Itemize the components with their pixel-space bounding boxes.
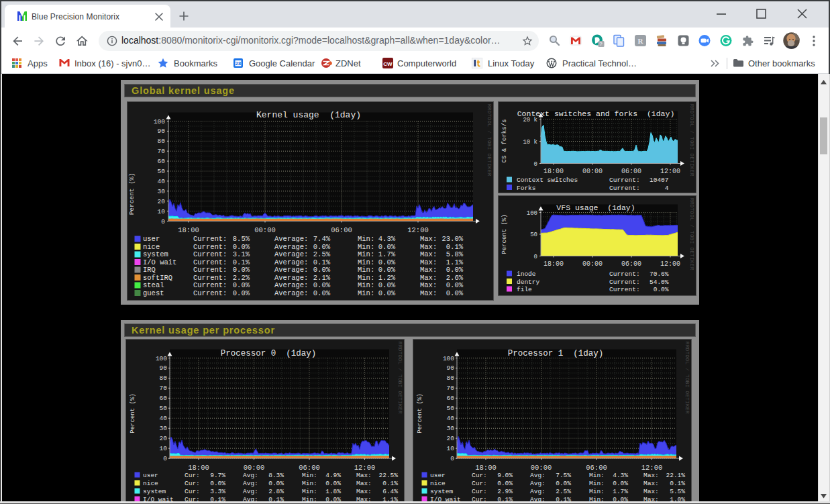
svg-text:Avg:: Avg: — [530, 472, 546, 479]
svg-text:00:00: 00:00 — [582, 168, 603, 175]
svg-text:1.1%: 1.1% — [382, 496, 398, 502]
svg-text:0.1%: 0.1% — [446, 243, 464, 251]
svg-text:3.1%: 3.1% — [233, 250, 250, 258]
svg-text:Max:: Max: — [356, 480, 372, 487]
svg-text:Current:: Current: — [193, 258, 227, 266]
svg-text:70: 70 — [158, 148, 166, 155]
svg-text:12:00: 12:00 — [354, 464, 376, 472]
svg-text:00:00: 00:00 — [582, 260, 603, 268]
svg-text:VFS usage (1day): VFS usage (1day) — [556, 203, 635, 212]
svg-text:100: 100 — [154, 118, 165, 125]
svg-text:10407: 10407 — [650, 177, 669, 184]
svg-text:22.5%: 22.5% — [378, 472, 398, 479]
svg-text:Average:: Average: — [274, 281, 308, 289]
svg-text:6.4%: 6.4% — [382, 488, 398, 495]
svg-text:06:00: 06:00 — [621, 168, 641, 175]
svg-text:Average:: Average: — [274, 266, 308, 274]
svg-text:8.3%: 8.3% — [268, 472, 284, 479]
svg-text:Kernel usage (1day): Kernel usage (1day) — [256, 110, 361, 120]
svg-text:0: 0 — [163, 455, 167, 462]
svg-text:Min:: Min: — [358, 289, 374, 297]
svg-text:Current:: Current: — [193, 289, 227, 297]
svg-text:Current:: Current: — [609, 177, 640, 184]
svg-text:40: 40 — [158, 178, 166, 185]
svg-text:Min:: Min: — [358, 258, 374, 266]
svg-text:CS & forks/s: CS & forks/s — [501, 119, 508, 163]
svg-text:2.1%: 2.1% — [313, 274, 331, 282]
svg-text:9.7%: 9.7% — [210, 472, 225, 479]
svg-text:12:00: 12:00 — [660, 168, 680, 175]
svg-text:RRDTOOL / TOBI OETIKER: RRDTOOL / TOBI OETIKER — [689, 104, 694, 177]
svg-text:Min:: Min: — [358, 266, 374, 274]
svg-text:22.1%: 22.1% — [666, 472, 685, 479]
svg-text:system: system — [430, 488, 454, 495]
svg-text:Avg:: Avg: — [243, 488, 258, 495]
svg-text:user: user — [143, 235, 160, 243]
svg-text:0: 0 — [534, 254, 537, 260]
svg-text:Current:: Current: — [609, 279, 640, 286]
svg-text:1.2%: 1.2% — [378, 274, 396, 282]
svg-text:20 k: 20 k — [523, 117, 537, 123]
svg-text:8.5%: 8.5% — [233, 235, 250, 243]
svg-text:system: system — [143, 250, 168, 258]
svg-text:0.1%: 0.1% — [233, 258, 250, 266]
svg-text:50: 50 — [530, 232, 537, 238]
svg-text:Cur:: Cur: — [185, 480, 200, 487]
svg-text:Avg:: Avg: — [530, 496, 546, 502]
svg-text:3.3%: 3.3% — [210, 488, 225, 495]
svg-text:80: 80 — [447, 374, 455, 382]
svg-text:4.9%: 4.9% — [325, 472, 341, 479]
svg-text:70.6%: 70.6% — [650, 270, 669, 278]
svg-text:0.0%: 0.0% — [233, 281, 250, 289]
svg-text:0.1%: 0.1% — [670, 480, 685, 487]
svg-text:00:00: 00:00 — [254, 226, 276, 234]
svg-text:12:00: 12:00 — [660, 260, 680, 268]
svg-text:user: user — [143, 472, 158, 479]
svg-text:90: 90 — [447, 364, 455, 372]
svg-text:Min:: Min: — [302, 472, 317, 479]
svg-text:Percent (%): Percent (%) — [129, 393, 136, 433]
svg-text:0.0%: 0.0% — [378, 258, 396, 266]
svg-text:Min:: Min: — [302, 496, 317, 502]
svg-text:Max:: Max: — [420, 266, 437, 274]
svg-text:0.0%: 0.0% — [268, 480, 284, 487]
svg-text:0.0%: 0.0% — [313, 281, 331, 289]
svg-text:2.8%: 2.8% — [268, 488, 284, 495]
svg-text:0.0%: 0.0% — [378, 281, 396, 289]
svg-text:Avg:: Avg: — [243, 472, 258, 479]
svg-text:Min:: Min: — [589, 496, 605, 502]
svg-text:guest: guest — [143, 289, 164, 297]
svg-text:Average:: Average: — [274, 250, 308, 258]
svg-text:00:00: 00:00 — [531, 464, 552, 472]
svg-text:?: ? — [599, 41, 603, 47]
svg-text:CW: CW — [383, 61, 393, 67]
svg-text:06:00: 06:00 — [299, 464, 320, 472]
svg-text:Average:: Average: — [274, 274, 308, 282]
svg-text:50: 50 — [447, 405, 455, 412]
svg-text:10 k: 10 k — [523, 139, 537, 146]
svg-text:40: 40 — [160, 415, 168, 422]
svg-text:0.0%: 0.0% — [446, 289, 464, 297]
svg-text:1.7%: 1.7% — [613, 488, 628, 495]
svg-text:Max:: Max: — [356, 496, 372, 502]
svg-text:18:00: 18:00 — [543, 260, 564, 268]
svg-text:RRDTOOL / TOBI OETIKER: RRDTOOL / TOBI OETIKER — [397, 342, 403, 414]
svg-text:dentry: dentry — [517, 279, 540, 286]
svg-text:60: 60 — [158, 158, 166, 165]
svg-text:20: 20 — [158, 198, 166, 205]
svg-text:2.9%: 2.9% — [497, 488, 513, 495]
svg-text:softIRQ: softIRQ — [143, 274, 172, 282]
svg-text:Current:: Current: — [193, 235, 227, 243]
svg-text:18:00: 18:00 — [475, 464, 497, 472]
svg-text:Forks: Forks — [517, 185, 536, 192]
svg-text:30: 30 — [447, 425, 455, 432]
svg-text:I/O wait: I/O wait — [143, 258, 176, 266]
svg-text:Avg:: Avg: — [243, 480, 258, 487]
svg-text:0.0%: 0.0% — [378, 289, 396, 297]
svg-text:0.1%: 0.1% — [313, 258, 331, 266]
svg-text:50: 50 — [160, 405, 168, 412]
svg-text:0.0%: 0.0% — [233, 289, 250, 297]
svg-text:2.5%: 2.5% — [556, 488, 571, 495]
svg-text:0: 0 — [450, 455, 454, 462]
svg-text:0.0%: 0.0% — [446, 266, 464, 274]
